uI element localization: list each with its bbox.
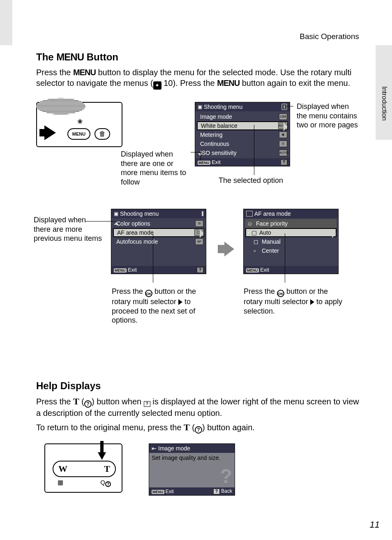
callout-previous: Displayed when there are more previous m… — [34, 215, 104, 243]
badge: AUTO — [279, 150, 287, 156]
right-icon — [178, 299, 182, 305]
lbl: AF area mode — [115, 229, 194, 236]
instr-apply: Press the OK button or the rotary multi … — [244, 287, 346, 316]
panel3-footer: MENU Exit — [244, 266, 338, 274]
image-mode-icon: ⇤ — [152, 445, 157, 452]
t: ) button when — [92, 397, 144, 406]
zoom-icons: ▦ Q? — [58, 479, 111, 487]
help-panel-title: Image mode — [158, 445, 190, 452]
exit-label: Exit — [128, 267, 137, 273]
panel1-title: Shooting menu — [204, 104, 242, 110]
menu-chip-icon: MENU — [198, 161, 210, 165]
help-box-icon: ? — [144, 401, 150, 407]
section-header: Basic Operations — [300, 32, 359, 41]
menu-chip-icon: MENU — [114, 268, 127, 272]
menu-item: ContinuousS — [197, 139, 288, 148]
badge: ◙ — [279, 132, 287, 138]
callout-line — [191, 152, 201, 152]
callout-line — [254, 125, 254, 175]
panel2-header: ▣ Shooting menu — [111, 209, 206, 218]
zoom-t: T — [104, 464, 110, 474]
lbl: Continuous — [198, 141, 279, 147]
badge: ▢ — [194, 229, 203, 236]
page-number: 11 — [370, 519, 380, 530]
camera-illustration: ❀ MENU 🗑 — [36, 102, 122, 147]
exit-label: Exit — [212, 159, 221, 165]
heading-menu-button: The MENU Button — [36, 51, 361, 63]
manual-area-icon: ◻ — [254, 238, 259, 245]
help-panel-body: Set image quality and size. ? — [149, 453, 235, 487]
heading-help-displays: Help Displays — [36, 380, 361, 392]
center-area-icon: ▫ — [254, 247, 259, 254]
menu-item: ◻Manual — [245, 237, 337, 246]
back-label: Back — [221, 488, 232, 494]
help-circle-icon: ? — [195, 426, 202, 434]
section-help-displays: Help Displays Press the T (?) button whe… — [36, 380, 361, 513]
panel3-title: AF area mode — [254, 210, 291, 217]
exit-label: Exit — [166, 489, 174, 494]
auto-area-icon: ▢ — [251, 229, 257, 236]
lbl: Metering — [198, 132, 279, 138]
lbl: White balance — [198, 122, 278, 129]
lbl: Face priority — [254, 220, 336, 227]
large-question-icon: ? — [220, 465, 232, 487]
figures-area: ❀ MENU 🗑 ▣ Shooting menu Image mode10M W… — [36, 102, 361, 357]
help-icon: ? — [213, 489, 220, 494]
macro-icon: ❀ — [77, 118, 83, 125]
t: ) button again. — [202, 423, 255, 432]
help-circle-icon: ? — [84, 400, 92, 408]
check-icon: ✔ — [247, 230, 251, 235]
t: Press the — [112, 287, 145, 295]
panel-shooting-menu-1: ▣ Shooting menu Image mode10M White bala… — [195, 102, 290, 166]
panel2-title: Shooting menu — [120, 210, 159, 217]
side-tab: Introduction — [380, 86, 388, 121]
h-pre: The — [36, 51, 56, 62]
instr-proceed: Press the OK button or the rotary multi … — [112, 287, 214, 325]
lbl: Autofocus mode — [114, 238, 195, 245]
lbl: Center — [259, 247, 336, 254]
h-menu: MENU — [56, 51, 84, 62]
section-menu-button: The MENU Button Press the MENU button to… — [36, 51, 361, 357]
h-post: Button — [84, 51, 118, 62]
callout-pages: Displayed when the menu contains two or … — [297, 102, 361, 130]
p1a: Press the — [36, 68, 73, 77]
panel1-footer: MENU Exit ? — [195, 158, 290, 166]
panel3-body: ☺Face priority ✔▢Auto ◻Manual ▫Center — [244, 218, 338, 266]
trash-button: 🗑 — [95, 128, 110, 140]
badge: ⊘ — [195, 220, 203, 227]
camera-icon: ▣ — [198, 104, 202, 110]
proceed-arrow-icon — [224, 242, 234, 256]
camera-icon: ▣ — [114, 211, 118, 217]
t: Press the — [244, 287, 277, 295]
badge: 10M — [279, 113, 287, 120]
thumbnail-icon: ▦ — [58, 479, 63, 487]
ref-icon: ✦ — [153, 81, 161, 90]
help-panel-header: ⇤ Image mode — [149, 444, 235, 453]
callout-follow: Displayed when there are one or more men… — [121, 150, 191, 187]
menu-item: Image mode10M — [197, 112, 288, 121]
t: To return to the original menu, press th… — [36, 423, 184, 432]
page-margin-left — [0, 0, 12, 45]
face-icon: ☺ — [246, 220, 254, 227]
menu-chip-icon: MENU — [152, 490, 164, 494]
panel-af-area-mode: AF area mode ☺Face priority ✔▢Auto ◻Manu… — [243, 209, 339, 274]
para-help-2: To return to the original menu, press th… — [36, 422, 361, 434]
af-header-icon — [246, 211, 253, 217]
panel2-footer: MENU Exit ? — [111, 266, 206, 274]
menu-item: Metering◙ — [197, 130, 288, 139]
menu-item: Autofocus modeAF — [113, 237, 204, 246]
t: Press the — [36, 397, 73, 406]
menu-item-selected: ✔▢Auto — [245, 228, 337, 237]
callout-line — [201, 152, 201, 160]
menu-item: ☺Face priority — [245, 219, 337, 228]
para-help-1: Press the T (?) button when ? is display… — [36, 396, 361, 418]
badge: AF — [195, 238, 203, 245]
panel-help-description: ⇤ Image mode Set image quality and size.… — [149, 443, 235, 496]
ok-icon: OK — [145, 290, 152, 297]
lbl: Image mode — [198, 113, 279, 120]
panel1-header: ▣ Shooting menu — [195, 102, 290, 111]
menu-item-selected: AF area mode▢ — [113, 228, 204, 237]
menu-item: Color options⊘ — [113, 219, 204, 228]
help-icon: ? — [197, 267, 203, 273]
scroll-top-icon — [202, 211, 203, 216]
